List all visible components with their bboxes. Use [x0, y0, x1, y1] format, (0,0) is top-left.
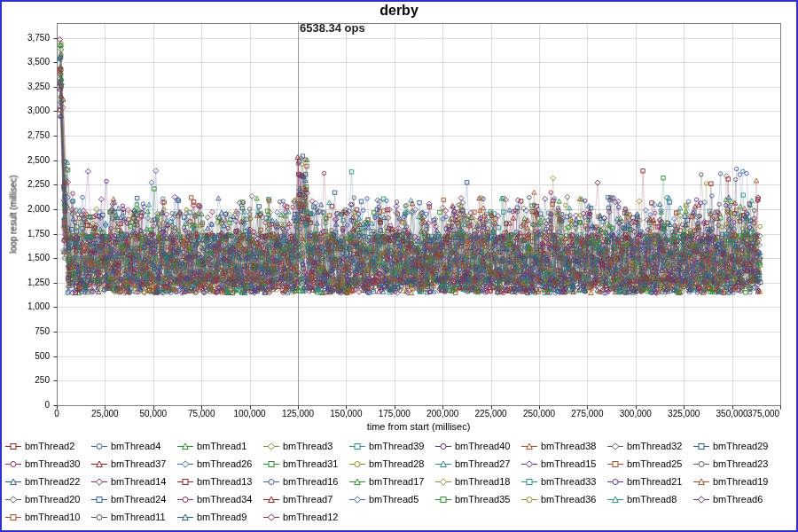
- legend-label: bmThread10: [25, 512, 80, 522]
- legend-label: bmThread16: [283, 476, 338, 487]
- triangle-marker-icon: [90, 459, 108, 469]
- legend-item: bmThread37: [90, 456, 176, 472]
- square-marker-icon: [4, 512, 22, 522]
- chart-area: derby 6538.34 ops loop result (millisec)…: [2, 2, 796, 436]
- square-marker-icon: [348, 442, 366, 451]
- legend-label: bmThread15: [541, 458, 596, 469]
- triangle-marker-icon: [176, 512, 194, 522]
- legend-label: bmThread6: [713, 494, 763, 505]
- square-marker-icon: [434, 495, 452, 505]
- legend-label: bmThread13: [197, 476, 252, 487]
- chart-title: derby: [2, 3, 796, 19]
- diamond-marker-icon: [692, 495, 710, 505]
- legend-item: bmThread22: [4, 473, 90, 489]
- legend-item: bmThread7: [262, 491, 348, 507]
- legend-label: bmThread11: [111, 512, 166, 522]
- legend-item: bmThread11: [90, 509, 176, 525]
- circle-marker-icon: [348, 459, 366, 469]
- legend-item: bmThread4: [90, 438, 176, 454]
- diamond-marker-icon: [4, 495, 22, 505]
- triangle-marker-icon: [4, 477, 22, 487]
- legend-item: bmThread38: [520, 438, 606, 454]
- legend-label: bmThread36: [541, 494, 596, 505]
- legend-label: bmThread17: [369, 476, 424, 487]
- y-tick-label: 500: [2, 351, 50, 361]
- legend-label: bmThread32: [627, 441, 682, 451]
- y-tick-label: 2,000: [2, 204, 50, 214]
- legend-label: bmThread26: [197, 458, 252, 469]
- legend-label: bmThread1: [197, 441, 246, 451]
- legend-item: bmThread40: [434, 438, 520, 454]
- legend-item: bmThread1: [176, 438, 262, 454]
- legend-item: bmThread31: [262, 456, 348, 472]
- legend-label: bmThread12: [283, 512, 338, 522]
- legend-label: bmThread23: [713, 458, 768, 469]
- circle-marker-icon: [90, 512, 108, 522]
- y-tick-label: 3,750: [2, 33, 50, 43]
- x-axis-title: time from start (millisec): [57, 421, 780, 432]
- circle-marker-icon: [262, 477, 280, 487]
- legend-label: bmThread27: [455, 458, 510, 469]
- legend-item: bmThread9: [176, 509, 262, 525]
- legend-item: bmThread12: [262, 509, 348, 525]
- circle-marker-icon: [434, 442, 452, 451]
- legend-item: bmThread29: [692, 438, 778, 454]
- legend-item: bmThread21: [606, 473, 692, 489]
- legend-item: bmThread17: [348, 473, 434, 489]
- legend-label: bmThread7: [283, 494, 332, 505]
- y-tick-label: 3,000: [2, 106, 50, 115]
- legend-label: bmThread20: [25, 494, 80, 505]
- diamond-marker-icon: [176, 459, 194, 469]
- square-marker-icon: [262, 459, 280, 469]
- legend-item: bmThread39: [348, 438, 434, 454]
- y-tick-label: 2,500: [2, 155, 50, 165]
- legend-label: bmThread30: [25, 458, 80, 469]
- y-tick-label: 2,750: [2, 130, 50, 140]
- circle-marker-icon: [520, 495, 538, 505]
- y-tick-label: 3,250: [2, 82, 50, 91]
- legend-label: bmThread38: [541, 441, 596, 451]
- square-marker-icon: [520, 477, 538, 487]
- legend-item: bmThread16: [262, 473, 348, 489]
- diamond-marker-icon: [434, 477, 452, 487]
- legend-item: bmThread23: [692, 456, 778, 472]
- triangle-marker-icon: [692, 477, 710, 487]
- square-marker-icon: [692, 442, 710, 451]
- triangle-marker-icon: [176, 442, 194, 451]
- legend-item: bmThread20: [4, 491, 90, 507]
- triangle-marker-icon: [262, 495, 280, 505]
- circle-marker-icon: [606, 477, 624, 487]
- legend-label: bmThread40: [455, 441, 510, 451]
- square-marker-icon: [606, 459, 624, 469]
- square-marker-icon: [4, 442, 22, 451]
- diamond-marker-icon: [262, 512, 280, 522]
- legend-item: bmThread19: [692, 473, 778, 489]
- legend-item: bmThread3: [262, 438, 348, 454]
- legend-item: bmThread13: [176, 473, 262, 489]
- legend-item: bmThread27: [434, 456, 520, 472]
- y-tick-label: 1,500: [2, 253, 50, 262]
- legend-label: bmThread9: [197, 512, 246, 522]
- legend-item: bmThread26: [176, 456, 262, 472]
- diamond-marker-icon: [348, 495, 366, 505]
- triangle-marker-icon: [348, 477, 366, 487]
- legend-item: bmThread10: [4, 509, 90, 525]
- legend-item: bmThread32: [606, 438, 692, 454]
- legend-label: bmThread2: [25, 441, 74, 451]
- plot-canvas: [2, 2, 796, 436]
- legend-label: bmThread25: [627, 458, 682, 469]
- circle-marker-icon: [692, 459, 710, 469]
- chart-window: derby 6538.34 ops loop result (millisec)…: [0, 0, 798, 532]
- y-tick-label: 750: [2, 326, 50, 336]
- y-tick-label: 2,250: [2, 179, 50, 189]
- diamond-marker-icon: [520, 459, 538, 469]
- legend-label: bmThread21: [627, 476, 682, 487]
- diamond-marker-icon: [606, 442, 624, 451]
- y-tick-label: 3,500: [2, 57, 50, 66]
- legend-label: bmThread18: [455, 476, 510, 487]
- legend-label: bmThread35: [455, 494, 510, 505]
- circle-marker-icon: [90, 442, 108, 451]
- legend-label: bmThread31: [283, 458, 338, 469]
- legend-label: bmThread14: [111, 476, 166, 487]
- legend-item: bmThread36: [520, 491, 606, 507]
